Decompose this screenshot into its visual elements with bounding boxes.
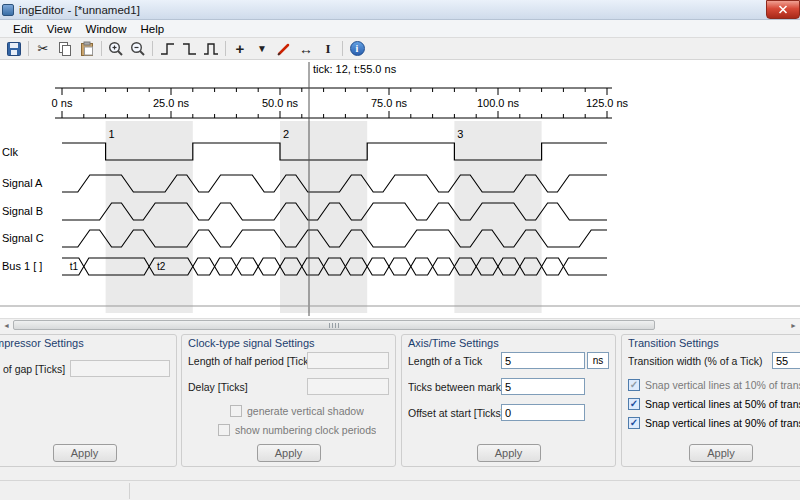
menu-help[interactable]: Help xyxy=(133,21,171,37)
edge-fall-tool[interactable] xyxy=(178,39,200,59)
transition-width-label: Transition width (% of a Tick) xyxy=(628,355,772,367)
triangle-marker-icon: ▼ xyxy=(257,44,267,54)
checkbox-snap-10: ✓ xyxy=(628,379,640,391)
zoom-in-button[interactable] xyxy=(105,39,127,59)
cut-icon: ✂ xyxy=(38,42,49,55)
copy-button[interactable] xyxy=(54,39,76,59)
scroll-right-icon: ► xyxy=(790,322,797,329)
save-button[interactable] xyxy=(3,39,25,59)
copy-icon xyxy=(57,41,73,57)
cursor-readout: tick: 12, t:55.0 ns xyxy=(313,63,396,75)
ticks-between-markers-label: Ticks between markers xyxy=(408,381,501,393)
text-cursor-icon: I xyxy=(325,42,330,55)
menu-view[interactable]: View xyxy=(40,21,79,37)
menu-edit[interactable]: Edit xyxy=(6,21,40,37)
checkbox-show-numbering xyxy=(218,424,230,436)
checkbox-label-snap-90: Snap vertical lines at 90% of trans xyxy=(645,417,800,429)
time-unit-select[interactable]: ns xyxy=(587,352,609,369)
clock-shadow-band xyxy=(454,121,541,313)
apply-button-clock[interactable]: Apply xyxy=(257,444,321,462)
close-icon xyxy=(778,5,788,14)
gap-label: of gap [Ticks] xyxy=(3,363,70,375)
toolbar-separator xyxy=(152,41,153,56)
toolbar: ✂ xyxy=(0,38,800,60)
signal-label-c[interactable]: Signal C xyxy=(2,232,56,246)
toolbar-separator xyxy=(342,41,343,56)
axis-time-label: 50.0 ns xyxy=(262,97,299,109)
cut-button[interactable]: ✂ xyxy=(32,39,54,59)
checkbox-label-snap-50: Snap vertical lines at 50% of trans xyxy=(645,398,800,410)
offset-input[interactable] xyxy=(501,404,585,421)
offset-label: Offset at start [Ticks] xyxy=(408,407,501,419)
signal-label-bus1[interactable]: Bus 1 [ ] xyxy=(2,260,56,274)
axis-time-label: 25.0 ns xyxy=(153,97,190,109)
waveform-canvas[interactable]: 0 ns25.0 ns50.0 ns75.0 ns100.0 ns125.0 n… xyxy=(0,60,800,318)
check-icon: ✓ xyxy=(630,380,638,390)
clock-period-number: 2 xyxy=(283,128,289,140)
toolbar-separator xyxy=(101,41,102,56)
clock-shadow-band xyxy=(106,121,193,313)
scroll-right-button[interactable]: ► xyxy=(787,320,800,330)
apply-button-axis[interactable]: Apply xyxy=(477,444,541,462)
zoom-out-button[interactable] xyxy=(127,39,149,59)
app-icon xyxy=(2,4,14,16)
checkbox-snap-50[interactable]: ✓ xyxy=(628,398,640,410)
paste-icon xyxy=(79,41,95,57)
apply-button-transition[interactable]: Apply xyxy=(689,444,753,462)
checkbox-generate-vertical-shadow xyxy=(230,405,242,417)
panel-compressor-settings: mpressor Settings of gap [Ticks] Apply xyxy=(0,334,177,467)
scrollbar-thumb[interactable] xyxy=(13,320,655,330)
axis-time-label: 0 ns xyxy=(52,97,73,109)
close-button[interactable] xyxy=(766,0,800,19)
axis-time-label: 100.0 ns xyxy=(477,97,520,109)
falling-edge-icon xyxy=(181,41,198,57)
text-tool[interactable]: I xyxy=(317,39,339,59)
add-tool[interactable]: + xyxy=(229,39,251,59)
panel-axis-time-settings: Axis/Time Settings Length of a Tick ns T… xyxy=(401,334,616,467)
panel-transition-settings: Transition Settings Transition width (% … xyxy=(621,334,800,467)
tick-length-input[interactable] xyxy=(501,352,585,369)
zoom-out-icon xyxy=(130,41,146,57)
clock-shadow-band xyxy=(280,121,367,313)
checkbox-snap-90[interactable]: ✓ xyxy=(628,417,640,429)
scrollbar-grip xyxy=(329,323,339,328)
edge-rise-tool[interactable] xyxy=(156,39,178,59)
zoom-in-icon xyxy=(108,41,124,57)
menu-bar: Edit View Window Help xyxy=(0,20,800,38)
timing-diagram-area[interactable]: 0 ns25.0 ns50.0 ns75.0 ns100.0 ns125.0 n… xyxy=(0,60,800,318)
panel-title-transition: Transition Settings xyxy=(628,337,719,349)
red-pen-icon xyxy=(276,41,292,57)
delay-input xyxy=(307,378,389,395)
panel-title-clock: Clock-type signal Settings xyxy=(188,337,315,349)
ticks-between-markers-input[interactable] xyxy=(501,378,585,395)
marker-tool[interactable]: ▼ xyxy=(251,39,273,59)
scroll-left-button[interactable]: ◄ xyxy=(0,320,13,330)
paste-button[interactable] xyxy=(76,39,98,59)
horizontal-resize-tool[interactable]: ↔ xyxy=(295,39,317,59)
signal-label-a[interactable]: Signal A xyxy=(2,177,56,191)
delay-label: Delay [Ticks] xyxy=(188,381,307,393)
edge-pulse-tool[interactable] xyxy=(200,39,222,59)
status-bar xyxy=(0,480,800,500)
horizontal-scrollbar[interactable]: ◄ ► xyxy=(0,318,800,330)
checkbox-label-snap-10: Snap vertical lines at 10% of trans xyxy=(645,379,800,391)
bus-value-label: t1 xyxy=(70,261,79,272)
signal-label-clk[interactable]: Clk xyxy=(2,146,56,160)
apply-button-compressor[interactable]: Apply xyxy=(53,444,117,462)
about-button[interactable]: i xyxy=(346,39,368,59)
check-icon: ✓ xyxy=(630,399,638,409)
panel-clock-settings: Clock-type signal Settings Length of hal… xyxy=(181,334,396,467)
window-title: ingEditor - [*unnamed1] xyxy=(19,4,140,16)
axis-time-label: 125.0 ns xyxy=(586,97,629,109)
panel-title-axis: Axis/Time Settings xyxy=(408,337,499,349)
save-icon xyxy=(6,41,22,57)
pen-tool[interactable] xyxy=(273,39,295,59)
signal-label-b[interactable]: Signal B xyxy=(2,205,56,219)
gap-input xyxy=(70,360,170,377)
axis-time-label: 75.0 ns xyxy=(371,97,408,109)
check-icon: ✓ xyxy=(630,418,638,428)
transition-width-input[interactable] xyxy=(772,352,800,369)
title-bar: ingEditor - [*unnamed1] xyxy=(0,0,800,20)
menu-window[interactable]: Window xyxy=(79,21,134,37)
plus-icon: + xyxy=(236,41,245,56)
